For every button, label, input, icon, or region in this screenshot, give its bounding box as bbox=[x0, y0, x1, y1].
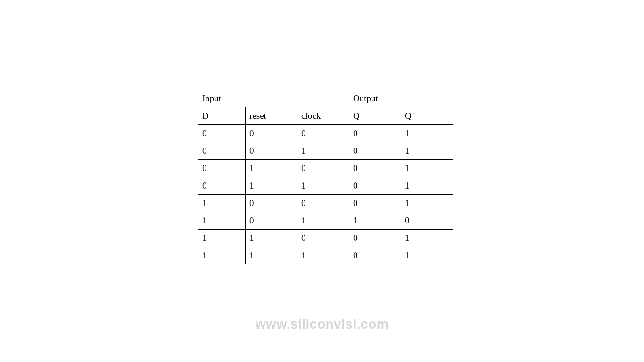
cell-q: 0 bbox=[349, 247, 401, 264]
table-row: 1 1 1 0 1 bbox=[198, 247, 453, 264]
header-d: D bbox=[198, 107, 246, 125]
cell-q: 0 bbox=[349, 195, 401, 212]
truth-table: Input Output D reset clock Q Q’ 0 0 0 0 … bbox=[198, 90, 453, 264]
cell-d: 1 bbox=[198, 230, 246, 247]
truth-table-container: Input Output D reset clock Q Q’ 0 0 0 0 … bbox=[198, 90, 453, 264]
cell-clock: 1 bbox=[297, 177, 349, 195]
table-row: 1 1 0 0 1 bbox=[198, 230, 453, 247]
cell-qbar: 1 bbox=[401, 160, 453, 177]
cell-d: 1 bbox=[198, 195, 246, 212]
cell-q: 1 bbox=[349, 212, 401, 230]
cell-clock: 0 bbox=[297, 160, 349, 177]
cell-d: 1 bbox=[198, 247, 246, 264]
table-row: 0 1 0 0 1 bbox=[198, 160, 453, 177]
cell-clock: 0 bbox=[297, 230, 349, 247]
table-column-header-row: D reset clock Q Q’ bbox=[198, 107, 453, 125]
cell-reset: 0 bbox=[246, 125, 297, 142]
cell-reset: 0 bbox=[246, 142, 297, 160]
cell-clock: 0 bbox=[297, 125, 349, 142]
cell-clock: 0 bbox=[297, 195, 349, 212]
cell-qbar: 1 bbox=[401, 195, 453, 212]
header-clock: clock bbox=[297, 107, 349, 125]
header-input-group: Input bbox=[198, 90, 349, 107]
cell-qbar: 1 bbox=[401, 230, 453, 247]
cell-q: 0 bbox=[349, 142, 401, 160]
cell-reset: 1 bbox=[246, 230, 297, 247]
cell-reset: 0 bbox=[246, 195, 297, 212]
table-row: 1 0 1 1 0 bbox=[198, 212, 453, 230]
cell-d: 0 bbox=[198, 177, 246, 195]
cell-reset: 0 bbox=[246, 212, 297, 230]
cell-d: 1 bbox=[198, 212, 246, 230]
cell-q: 0 bbox=[349, 160, 401, 177]
watermark-text: www.siliconvlsi.com bbox=[0, 317, 644, 332]
cell-d: 0 bbox=[198, 160, 246, 177]
cell-d: 0 bbox=[198, 142, 246, 160]
cell-q: 0 bbox=[349, 177, 401, 195]
cell-qbar: 1 bbox=[401, 142, 453, 160]
cell-reset: 1 bbox=[246, 247, 297, 264]
header-qbar: Q’ bbox=[401, 107, 453, 125]
header-reset: reset bbox=[246, 107, 297, 125]
table-group-header-row: Input Output bbox=[198, 90, 453, 107]
cell-reset: 1 bbox=[246, 177, 297, 195]
cell-clock: 1 bbox=[297, 212, 349, 230]
cell-reset: 1 bbox=[246, 160, 297, 177]
header-q: Q bbox=[349, 107, 401, 125]
cell-qbar: 1 bbox=[401, 177, 453, 195]
table-row: 0 0 0 0 1 bbox=[198, 125, 453, 142]
cell-qbar: 0 bbox=[401, 212, 453, 230]
cell-qbar: 1 bbox=[401, 247, 453, 264]
cell-q: 0 bbox=[349, 230, 401, 247]
cell-clock: 1 bbox=[297, 142, 349, 160]
cell-qbar: 1 bbox=[401, 125, 453, 142]
header-output-group: Output bbox=[349, 90, 453, 107]
cell-d: 0 bbox=[198, 125, 246, 142]
table-row: 0 0 1 0 1 bbox=[198, 142, 453, 160]
table-row: 1 0 0 0 1 bbox=[198, 195, 453, 212]
cell-clock: 1 bbox=[297, 247, 349, 264]
table-row: 0 1 1 0 1 bbox=[198, 177, 453, 195]
cell-q: 0 bbox=[349, 125, 401, 142]
